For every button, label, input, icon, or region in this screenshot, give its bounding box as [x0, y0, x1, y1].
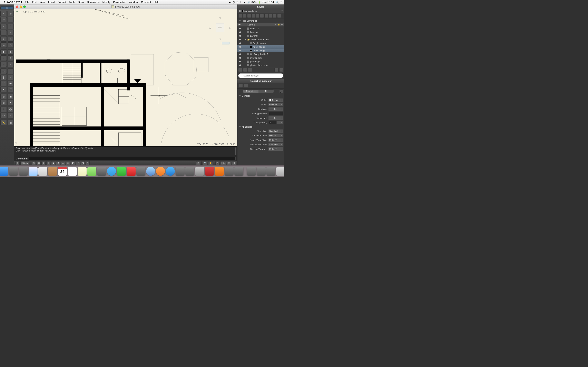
ortho-icon[interactable]: ⊥: [42, 161, 45, 165]
qp-icon[interactable]: ◧: [71, 161, 75, 165]
layout-grid-icon[interactable]: ⊞: [16, 161, 20, 165]
snap-icon[interactable]: ⊡: [32, 161, 36, 165]
line-tool-icon[interactable]: ╱: [0, 24, 7, 29]
dock-finder-icon[interactable]: [0, 167, 8, 176]
airplay-icon[interactable]: ▢: [233, 1, 235, 4]
name-column[interactable]: ▸ Name ◇: [242, 24, 274, 26]
explode-tool-icon[interactable]: ✱: [0, 87, 7, 92]
layer-visibility-dot-icon[interactable]: [239, 10, 241, 12]
volume-icon[interactable]: 🔊: [247, 1, 250, 4]
lwt-icon[interactable]: ≡: [66, 161, 70, 165]
trim-tool-icon[interactable]: ✂: [0, 68, 7, 74]
transparency-bylayer-icon[interactable]: ▼: [277, 121, 283, 124]
notification-center-icon[interactable]: ☰: [280, 1, 283, 4]
dock-missioncontrol-icon[interactable]: [19, 167, 28, 176]
measure-tool-icon[interactable]: 📏: [0, 120, 7, 125]
dock-teamviewer-icon[interactable]: [247, 167, 256, 176]
menu-window[interactable]: Window: [129, 1, 138, 4]
layer-row[interactable]: Layer 6: [237, 30, 284, 34]
fillet-tool-icon[interactable]: ⌐: [8, 75, 14, 80]
gradient-tool-icon[interactable]: ◧: [8, 94, 14, 99]
grid-icon[interactable]: ▦: [36, 161, 41, 165]
block-tool-icon[interactable]: ◫: [0, 100, 7, 105]
visibility-column-icon[interactable]: 👁: [238, 24, 242, 26]
annotation-section-header[interactable]: ▼Annotation: [237, 125, 284, 129]
dock-folder-icon[interactable]: [267, 167, 276, 176]
spotlight-icon[interactable]: 🔍: [276, 1, 279, 4]
command-input[interactable]: [29, 157, 236, 160]
text-style-dropdown[interactable]: Standard▼: [268, 129, 283, 133]
dock-calendar-icon[interactable]: 24: [58, 167, 67, 176]
layer-row[interactable]: overlap lotti: [237, 56, 284, 60]
section-style-dropdown[interactable]: Metric50▼: [268, 147, 283, 151]
dock-notes-icon[interactable]: [78, 167, 86, 176]
zoom-window-icon[interactable]: [23, 6, 26, 8]
dock-app1-icon[interactable]: [225, 167, 233, 176]
layer-search-input[interactable]: [238, 73, 283, 78]
dock-maps-icon[interactable]: [87, 167, 96, 176]
polar-icon[interactable]: ✴: [46, 161, 51, 165]
scale-display[interactable]: 1:1 ▾: [220, 161, 226, 165]
current-layer-bar[interactable]: nuovi alloggi ▼: [237, 9, 284, 13]
dock-autocad-icon[interactable]: [205, 167, 214, 176]
new-group-icon[interactable]: [248, 68, 252, 72]
layer-visible-dot-icon[interactable]: [239, 61, 241, 62]
dock-app2-icon[interactable]: [234, 167, 243, 176]
expand-properties-icon[interactable]: ⤢: [279, 90, 283, 93]
menu-draw[interactable]: Draw: [78, 1, 84, 4]
drawing-viewport[interactable]: + | Top | 2D Wireframe N S E W TOP: [14, 9, 237, 146]
menu-modify[interactable]: Modify: [102, 1, 110, 4]
layer-visible-dot-icon[interactable]: [239, 35, 241, 37]
dock-facetime-icon[interactable]: [117, 167, 126, 176]
annoscale-icon[interactable]: Ⓐ: [215, 161, 219, 165]
menu-dimension[interactable]: Dimension: [87, 1, 99, 4]
sc-icon[interactable]: ⬚: [76, 161, 80, 165]
layer-states-icon[interactable]: [239, 14, 242, 18]
dock-downloads-icon[interactable]: [257, 167, 266, 176]
layer-visible-dot-icon[interactable]: [239, 31, 241, 33]
layer-visible-dot-icon[interactable]: [239, 42, 241, 44]
essentials-tab[interactable]: Essentials: [243, 90, 259, 93]
linetype-dropdown[interactable]: B...▼: [268, 107, 283, 111]
menu-edit[interactable]: Edit: [32, 1, 36, 4]
layer-row[interactable]: Layer 11: [237, 27, 284, 30]
insert-tool-icon[interactable]: ⬇: [8, 100, 14, 105]
freeze-column-icon[interactable]: ❄: [274, 24, 277, 26]
dock-appstore-icon[interactable]: [166, 167, 175, 176]
am-icon[interactable]: △: [86, 161, 90, 165]
layer-unlock-icon[interactable]: [264, 14, 268, 18]
otrack-icon[interactable]: ∠: [56, 161, 60, 165]
ellipse-tool-icon[interactable]: ⬭: [8, 36, 14, 42]
mleader-style-dropdown[interactable]: Standard▼: [268, 143, 283, 146]
mtext-tool-icon[interactable]: Ⓐ: [8, 107, 14, 112]
extend-tool-icon[interactable]: →: [8, 68, 14, 74]
gear-icon[interactable]: ⚙: [232, 161, 236, 165]
osnap-icon[interactable]: ▣: [51, 161, 55, 165]
pan-icon[interactable]: ✋: [208, 161, 213, 165]
battery-icon[interactable]: 🔋: [258, 1, 261, 4]
circle-tool-icon[interactable]: ○: [0, 36, 7, 42]
stretch-tool-icon[interactable]: ↔: [0, 55, 7, 61]
menu-connect[interactable]: Connect: [141, 1, 151, 4]
dock-itunes-icon[interactable]: [146, 167, 155, 176]
layer-row[interactable]: Grigio pianta: [237, 42, 284, 45]
layer-visible-dot-icon[interactable]: [239, 28, 241, 29]
scale-tool-icon[interactable]: ⤢: [8, 62, 14, 67]
layer-row[interactable]: ▼📁Nuove piante finali: [237, 38, 284, 42]
polyline-tool-icon[interactable]: ⌐: [0, 30, 7, 35]
properties-filter-segmented[interactable]: Essentials All: [243, 90, 274, 93]
dock-messages-icon[interactable]: [107, 167, 116, 176]
join-tool-icon[interactable]: ⊶: [8, 81, 14, 86]
polygon-tool-icon[interactable]: ⬡: [8, 42, 14, 48]
dock-preview-icon[interactable]: [97, 167, 106, 176]
model-button[interactable]: Model ▾: [20, 161, 29, 165]
layer-visible-dot-icon[interactable]: [239, 57, 241, 59]
dock-safari-icon[interactable]: [29, 167, 38, 176]
wireframe-toggle-icon[interactable]: ▭: [0, 6, 14, 9]
menu-format[interactable]: Format: [58, 1, 66, 4]
plot-column-icon[interactable]: 🖶: [281, 24, 283, 26]
layer-visible-dot-icon[interactable]: [239, 50, 241, 51]
dock-contacts-icon[interactable]: [48, 167, 57, 176]
general-section-header[interactable]: ▼General: [237, 94, 284, 98]
layer-visible-dot-icon[interactable]: [239, 39, 241, 40]
